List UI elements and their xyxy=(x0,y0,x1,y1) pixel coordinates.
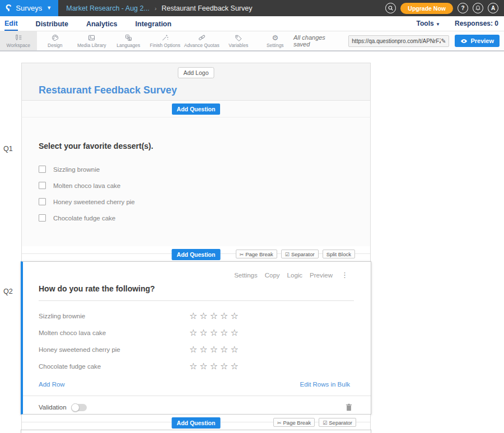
star-rating-control[interactable] xyxy=(189,345,239,354)
add-question-button[interactable]: Add Question xyxy=(172,103,221,115)
toolbar-item-label: Design xyxy=(48,43,62,48)
star-icon[interactable] xyxy=(210,362,218,371)
star-icon[interactable] xyxy=(189,362,197,371)
option-checkbox[interactable] xyxy=(39,214,46,222)
rating-row: Honey sweetened cherry pie xyxy=(23,341,371,358)
toolbar-item-label: Media Library xyxy=(77,43,106,48)
star-icon[interactable] xyxy=(189,345,197,354)
option-label[interactable]: Sizzling brownie xyxy=(53,166,100,173)
tab-edit[interactable]: Edit xyxy=(4,17,18,31)
star-icon[interactable] xyxy=(220,312,228,321)
toolbar-item-media-library[interactable]: Media Library xyxy=(73,31,110,50)
option-label[interactable]: Chocolate fudge cake xyxy=(53,215,115,222)
tab-distribute[interactable]: Distribute xyxy=(36,17,68,30)
help-button[interactable]: ? xyxy=(458,3,468,13)
star-icon[interactable] xyxy=(189,328,197,337)
star-icon[interactable] xyxy=(220,328,228,337)
add-question-row-top: Add Question xyxy=(21,101,371,117)
rating-row-label[interactable]: Honey sweetened cherry pie xyxy=(39,346,189,353)
star-icon[interactable] xyxy=(210,328,218,337)
q2-settings-action[interactable]: Settings xyxy=(234,272,258,279)
toolbar-item-design[interactable]: Design xyxy=(37,31,74,50)
tab-integration[interactable]: Integration xyxy=(136,17,172,30)
survey-column: Add Logo Restaurant Feedback Survey Add … xyxy=(21,63,371,433)
option-checkbox[interactable] xyxy=(39,198,46,205)
separator-button[interactable]: Separator xyxy=(319,418,356,427)
survey-url-input[interactable] xyxy=(352,38,441,44)
star-rating-control[interactable] xyxy=(189,312,239,321)
next-page-card-edge xyxy=(21,430,371,433)
toolbar-item-languages[interactable]: Languages xyxy=(110,31,147,50)
bell-icon xyxy=(475,5,481,11)
upgrade-now-button[interactable]: Upgrade Now xyxy=(400,3,453,14)
star-icon[interactable] xyxy=(199,328,207,337)
page-break-button[interactable]: Page Break xyxy=(236,250,277,258)
question-block-q1[interactable]: Select your favorite dessert(s). Sizzlin… xyxy=(21,117,371,246)
q1-question-text[interactable]: Select your favorite dessert(s). xyxy=(39,142,370,150)
star-icon[interactable] xyxy=(220,362,228,371)
variables-tag-icon xyxy=(234,34,242,42)
design-palette-icon xyxy=(51,34,59,42)
star-icon[interactable] xyxy=(230,328,238,337)
responses-count[interactable]: Responses: 0 xyxy=(455,20,498,27)
edit-url-pencil-icon[interactable] xyxy=(441,37,446,45)
survey-title[interactable]: Restaurant Feedback Survey xyxy=(39,84,177,96)
toolbar-item-workspace[interactable]: Workspace xyxy=(0,31,37,50)
block-actions-row-1: Add Question Page Break Separator Split … xyxy=(21,246,371,261)
surveys-product-menu[interactable]: Ɂ Surveys ▼ xyxy=(0,0,58,16)
questionpro-logo-icon: Ɂ xyxy=(6,3,11,13)
add-question-button[interactable]: Add Question xyxy=(172,249,221,260)
add-row-link[interactable]: Add Row xyxy=(39,381,65,388)
breadcrumb-parent-folder[interactable]: Market Research - Aug 2... xyxy=(66,4,150,12)
q2-copy-action[interactable]: Copy xyxy=(265,272,280,279)
q2-logic-action[interactable]: Logic xyxy=(287,272,303,279)
star-rating-control[interactable] xyxy=(189,328,239,337)
star-icon[interactable] xyxy=(199,345,207,354)
q2-validation-row: Validation xyxy=(23,396,371,411)
option-label[interactable]: Honey sweetened cherry pie xyxy=(53,199,135,205)
q2-preview-action[interactable]: Preview xyxy=(310,272,333,279)
tools-menu[interactable]: Tools ▼ xyxy=(417,20,440,27)
star-icon[interactable] xyxy=(199,362,207,371)
rating-row-label[interactable]: Sizzling brownie xyxy=(39,313,189,319)
add-logo-button[interactable]: Add Logo xyxy=(178,67,214,78)
rating-row-label[interactable]: Chocolate fudge cake xyxy=(39,363,189,370)
split-block-button[interactable]: Split Block xyxy=(323,250,355,258)
toolbar-item-variables[interactable]: Variables xyxy=(220,31,257,50)
star-icon[interactable] xyxy=(189,312,197,321)
star-icon[interactable] xyxy=(199,312,207,321)
survey-header-section: Add Logo Restaurant Feedback Survey xyxy=(21,63,371,101)
validation-toggle[interactable] xyxy=(72,404,87,411)
star-rating-control[interactable] xyxy=(189,362,239,371)
separator-button[interactable]: Separator xyxy=(281,250,319,258)
search-icon xyxy=(388,5,394,11)
star-icon[interactable] xyxy=(220,345,228,354)
toolbar-item-finish-options[interactable]: Finish Options xyxy=(147,31,184,50)
add-question-button[interactable]: Add Question xyxy=(172,417,221,429)
rating-row-label[interactable]: Molten choco lava cake xyxy=(39,330,189,336)
search-button[interactable] xyxy=(385,3,396,13)
option-checkbox[interactable] xyxy=(39,182,46,189)
page-break-button[interactable]: Page Break xyxy=(273,418,315,427)
q2-more-options-kebab-icon[interactable] xyxy=(341,271,348,279)
question-block-q2-selected[interactable]: Settings Copy Logic Preview How do you r… xyxy=(21,261,371,415)
toolbar-item-advance-quotas[interactable]: Advance Quotas xyxy=(184,31,221,50)
option-label[interactable]: Molten choco lava cake xyxy=(53,182,120,189)
page-break-icon xyxy=(277,420,282,426)
option-checkbox[interactable] xyxy=(39,166,46,173)
star-icon[interactable] xyxy=(230,345,238,354)
preview-button[interactable]: Preview xyxy=(455,35,500,47)
star-icon[interactable] xyxy=(230,362,238,371)
star-icon[interactable] xyxy=(230,312,238,321)
q2-rating-rows: Sizzling brownie Molten choco lava cake xyxy=(23,308,371,375)
q2-question-text[interactable]: How do you rate the following? xyxy=(39,284,354,301)
star-icon[interactable] xyxy=(210,345,218,354)
rating-row: Molten choco lava cake xyxy=(23,324,371,341)
account-avatar[interactable]: A xyxy=(488,3,498,13)
delete-question-button[interactable] xyxy=(346,403,352,411)
notifications-button[interactable] xyxy=(473,3,483,13)
edit-rows-in-bulk-link[interactable]: Edit Rows in Bulk xyxy=(300,381,350,388)
toolbar-item-settings[interactable]: ⚙ Settings xyxy=(257,31,294,50)
tab-analytics[interactable]: Analytics xyxy=(86,17,118,30)
star-icon[interactable] xyxy=(210,312,218,321)
